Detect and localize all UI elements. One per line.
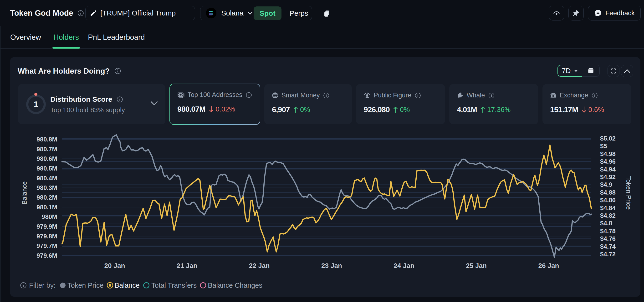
svg-text:23 Jan: 23 Jan: [321, 262, 342, 269]
svg-text:979.6M: 979.6M: [36, 252, 57, 259]
svg-text:$4.82: $4.82: [600, 212, 616, 219]
svg-text:20 Jan: 20 Jan: [104, 262, 125, 269]
svg-text:980.7M: 980.7M: [36, 146, 57, 153]
svg-text:980.6M: 980.6M: [36, 155, 57, 162]
svg-text:979.7M: 979.7M: [36, 242, 57, 249]
svg-text:$4.88: $4.88: [600, 189, 616, 196]
svg-text:$4.86: $4.86: [600, 197, 616, 204]
svg-text:$4.84: $4.84: [600, 204, 616, 212]
svg-text:980.2M: 980.2M: [36, 194, 57, 201]
svg-text:979.8M: 979.8M: [36, 233, 57, 240]
svg-text:21 Jan: 21 Jan: [176, 262, 197, 269]
svg-text:980.5M: 980.5M: [36, 165, 57, 172]
svg-text:$4.92: $4.92: [600, 173, 616, 181]
svg-text:980.4M: 980.4M: [36, 175, 57, 182]
svg-text:980.8M: 980.8M: [36, 136, 57, 143]
svg-text:Balance: Balance: [21, 181, 28, 205]
svg-text:26 Jan: 26 Jan: [538, 262, 559, 269]
svg-text:25 Jan: 25 Jan: [466, 262, 487, 269]
svg-text:22 Jan: 22 Jan: [249, 262, 270, 269]
svg-text:979.9M: 979.9M: [36, 223, 57, 230]
svg-text:$5.02: $5.02: [600, 135, 616, 142]
svg-text:$4.8: $4.8: [600, 220, 612, 227]
svg-text:980.3M: 980.3M: [36, 184, 57, 191]
svg-text:$4.72: $4.72: [600, 251, 616, 258]
svg-text:$4.76: $4.76: [600, 235, 616, 242]
svg-text:980.1M: 980.1M: [36, 204, 57, 211]
svg-text:24 Jan: 24 Jan: [394, 262, 414, 269]
svg-text:$4.9: $4.9: [600, 181, 612, 188]
svg-text:$4.96: $4.96: [600, 158, 616, 165]
svg-text:Token Price: Token Price: [625, 176, 632, 210]
svg-text:$5: $5: [600, 142, 607, 150]
svg-text:980M: 980M: [42, 213, 57, 220]
svg-text:$4.78: $4.78: [600, 228, 616, 235]
svg-text:$4.74: $4.74: [600, 243, 616, 250]
svg-text:$4.94: $4.94: [600, 166, 616, 173]
svg-text:$4.98: $4.98: [600, 150, 616, 157]
